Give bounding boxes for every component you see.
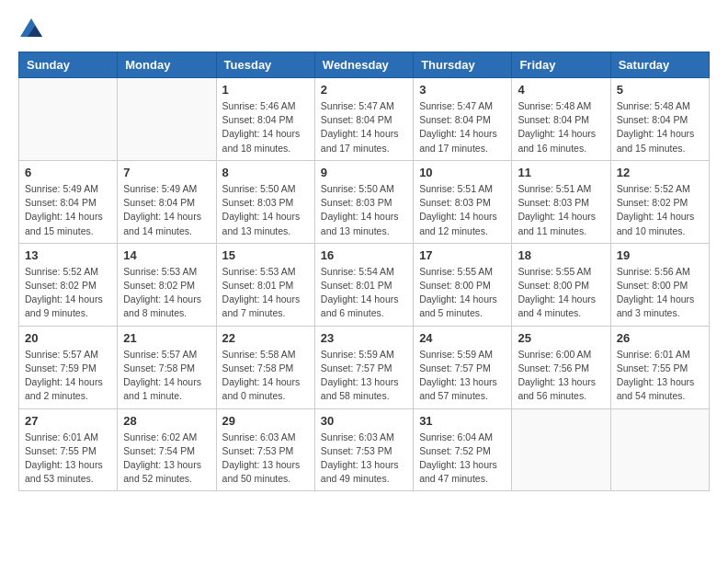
day-number: 22 [222, 331, 309, 345]
day-info: Sunrise: 5:52 AMSunset: 8:02 PMDaylight:… [25, 265, 111, 321]
day-number: 19 [617, 248, 703, 262]
day-info: Sunrise: 6:01 AMSunset: 7:55 PMDaylight:… [25, 431, 111, 487]
day-number: 8 [222, 166, 309, 179]
day-number: 18 [518, 248, 604, 262]
day-header-saturday: Saturday [610, 52, 709, 78]
calendar-day-cell: 25Sunrise: 6:00 AMSunset: 7:56 PMDayligh… [512, 326, 610, 408]
day-number: 27 [25, 414, 111, 428]
day-info: Sunrise: 5:54 AMSunset: 8:01 PMDaylight:… [321, 265, 407, 321]
day-info: Sunrise: 6:03 AMSunset: 7:53 PMDaylight:… [321, 431, 407, 487]
calendar-table: SundayMondayTuesdayWednesdayThursdayFrid… [18, 52, 710, 491]
calendar-day-cell: 12Sunrise: 5:52 AMSunset: 8:02 PMDayligh… [610, 160, 709, 243]
day-info: Sunrise: 5:57 AMSunset: 7:59 PMDaylight:… [25, 348, 111, 404]
day-info: Sunrise: 5:59 AMSunset: 7:57 PMDaylight:… [419, 348, 506, 404]
calendar-day-cell: 7Sunrise: 5:49 AMSunset: 8:04 PMDaylight… [118, 160, 216, 243]
day-number: 13 [25, 248, 111, 262]
calendar-day-cell: 9Sunrise: 5:50 AMSunset: 8:03 PMDaylight… [314, 160, 413, 243]
calendar-day-cell: 29Sunrise: 6:03 AMSunset: 7:53 PMDayligh… [216, 408, 314, 491]
day-number: 12 [617, 166, 703, 179]
day-number: 25 [518, 331, 604, 345]
day-number: 5 [617, 83, 703, 97]
day-info: Sunrise: 5:48 AMSunset: 8:04 PMDaylight:… [617, 99, 703, 155]
day-info: Sunrise: 6:04 AMSunset: 7:52 PMDaylight:… [419, 431, 506, 487]
logo-icon [20, 18, 42, 37]
day-info: Sunrise: 5:55 AMSunset: 8:00 PMDaylight:… [518, 265, 604, 321]
day-number: 26 [617, 331, 703, 345]
day-number: 21 [123, 331, 210, 345]
day-info: Sunrise: 5:51 AMSunset: 8:03 PMDaylight:… [518, 182, 604, 238]
day-number: 15 [222, 248, 309, 262]
day-info: Sunrise: 5:58 AMSunset: 7:58 PMDaylight:… [222, 348, 309, 404]
calendar-day-cell: 10Sunrise: 5:51 AMSunset: 8:03 PMDayligh… [414, 160, 512, 243]
calendar-day-cell: 21Sunrise: 5:57 AMSunset: 7:58 PMDayligh… [118, 326, 216, 408]
day-number: 11 [518, 166, 604, 179]
calendar-header-row: SundayMondayTuesdayWednesdayThursdayFrid… [19, 52, 710, 78]
day-number: 6 [25, 166, 111, 179]
page-header [18, 18, 710, 37]
day-info: Sunrise: 6:02 AMSunset: 7:54 PMDaylight:… [123, 431, 210, 487]
calendar-day-cell: 3Sunrise: 5:47 AMSunset: 8:04 PMDaylight… [414, 78, 512, 161]
day-header-tuesday: Tuesday [216, 52, 314, 78]
calendar-day-cell: 1Sunrise: 5:46 AMSunset: 8:04 PMDaylight… [216, 78, 314, 161]
day-number: 24 [419, 331, 506, 345]
day-number: 29 [222, 414, 309, 428]
day-header-sunday: Sunday [19, 52, 118, 78]
calendar-day-cell: 6Sunrise: 5:49 AMSunset: 8:04 PMDaylight… [19, 160, 118, 243]
day-info: Sunrise: 5:53 AMSunset: 8:02 PMDaylight:… [123, 265, 210, 321]
calendar-week-row: 1Sunrise: 5:46 AMSunset: 8:04 PMDaylight… [19, 78, 710, 161]
day-info: Sunrise: 5:53 AMSunset: 8:01 PMDaylight:… [222, 265, 309, 321]
calendar-day-cell: 19Sunrise: 5:56 AMSunset: 8:00 PMDayligh… [610, 243, 709, 326]
calendar-day-cell: 27Sunrise: 6:01 AMSunset: 7:55 PMDayligh… [19, 408, 118, 491]
calendar-day-cell [118, 78, 216, 161]
calendar-day-cell: 15Sunrise: 5:53 AMSunset: 8:01 PMDayligh… [216, 243, 314, 326]
day-info: Sunrise: 5:50 AMSunset: 8:03 PMDaylight:… [321, 182, 407, 238]
calendar-day-cell: 5Sunrise: 5:48 AMSunset: 8:04 PMDaylight… [610, 78, 709, 161]
calendar-week-row: 27Sunrise: 6:01 AMSunset: 7:55 PMDayligh… [19, 408, 710, 491]
day-info: Sunrise: 6:01 AMSunset: 7:55 PMDaylight:… [617, 348, 703, 404]
day-info: Sunrise: 6:00 AMSunset: 7:56 PMDaylight:… [518, 348, 604, 404]
day-number: 1 [222, 83, 309, 97]
day-number: 10 [419, 166, 506, 179]
day-number: 9 [321, 166, 407, 179]
day-info: Sunrise: 5:59 AMSunset: 7:57 PMDaylight:… [321, 348, 407, 404]
day-header-wednesday: Wednesday [314, 52, 413, 78]
day-info: Sunrise: 5:50 AMSunset: 8:03 PMDaylight:… [222, 182, 309, 238]
day-info: Sunrise: 5:55 AMSunset: 8:00 PMDaylight:… [419, 265, 506, 321]
calendar-day-cell: 2Sunrise: 5:47 AMSunset: 8:04 PMDaylight… [314, 78, 413, 161]
day-number: 20 [25, 331, 111, 345]
day-info: Sunrise: 5:57 AMSunset: 7:58 PMDaylight:… [123, 348, 210, 404]
calendar-day-cell: 14Sunrise: 5:53 AMSunset: 8:02 PMDayligh… [118, 243, 216, 326]
calendar-day-cell: 4Sunrise: 5:48 AMSunset: 8:04 PMDaylight… [512, 78, 610, 161]
calendar-week-row: 6Sunrise: 5:49 AMSunset: 8:04 PMDaylight… [19, 160, 710, 243]
day-info: Sunrise: 5:49 AMSunset: 8:04 PMDaylight:… [25, 182, 111, 238]
calendar-day-cell: 17Sunrise: 5:55 AMSunset: 8:00 PMDayligh… [414, 243, 512, 326]
day-number: 2 [321, 83, 407, 97]
day-number: 7 [123, 166, 210, 179]
day-info: Sunrise: 5:46 AMSunset: 8:04 PMDaylight:… [222, 99, 309, 155]
calendar-day-cell: 8Sunrise: 5:50 AMSunset: 8:03 PMDaylight… [216, 160, 314, 243]
day-info: Sunrise: 5:47 AMSunset: 8:04 PMDaylight:… [321, 99, 407, 155]
logo [18, 18, 42, 37]
day-header-friday: Friday [512, 52, 610, 78]
calendar-day-cell [512, 408, 610, 491]
day-info: Sunrise: 6:03 AMSunset: 7:53 PMDaylight:… [222, 431, 309, 487]
day-info: Sunrise: 5:52 AMSunset: 8:02 PMDaylight:… [617, 182, 703, 238]
calendar-day-cell: 26Sunrise: 6:01 AMSunset: 7:55 PMDayligh… [610, 326, 709, 408]
day-number: 17 [419, 248, 506, 262]
calendar-day-cell: 28Sunrise: 6:02 AMSunset: 7:54 PMDayligh… [118, 408, 216, 491]
day-info: Sunrise: 5:56 AMSunset: 8:00 PMDaylight:… [617, 265, 703, 321]
day-number: 31 [419, 414, 506, 428]
calendar-day-cell: 22Sunrise: 5:58 AMSunset: 7:58 PMDayligh… [216, 326, 314, 408]
day-info: Sunrise: 5:51 AMSunset: 8:03 PMDaylight:… [419, 182, 506, 238]
calendar-day-cell: 20Sunrise: 5:57 AMSunset: 7:59 PMDayligh… [19, 326, 118, 408]
calendar-day-cell: 16Sunrise: 5:54 AMSunset: 8:01 PMDayligh… [314, 243, 413, 326]
calendar-day-cell: 13Sunrise: 5:52 AMSunset: 8:02 PMDayligh… [19, 243, 118, 326]
calendar-day-cell: 23Sunrise: 5:59 AMSunset: 7:57 PMDayligh… [314, 326, 413, 408]
day-number: 3 [419, 83, 506, 97]
day-info: Sunrise: 5:49 AMSunset: 8:04 PMDaylight:… [123, 182, 210, 238]
day-number: 30 [321, 414, 407, 428]
calendar-day-cell [19, 78, 118, 161]
calendar-day-cell: 11Sunrise: 5:51 AMSunset: 8:03 PMDayligh… [512, 160, 610, 243]
calendar-week-row: 20Sunrise: 5:57 AMSunset: 7:59 PMDayligh… [19, 326, 710, 408]
day-header-thursday: Thursday [414, 52, 512, 78]
